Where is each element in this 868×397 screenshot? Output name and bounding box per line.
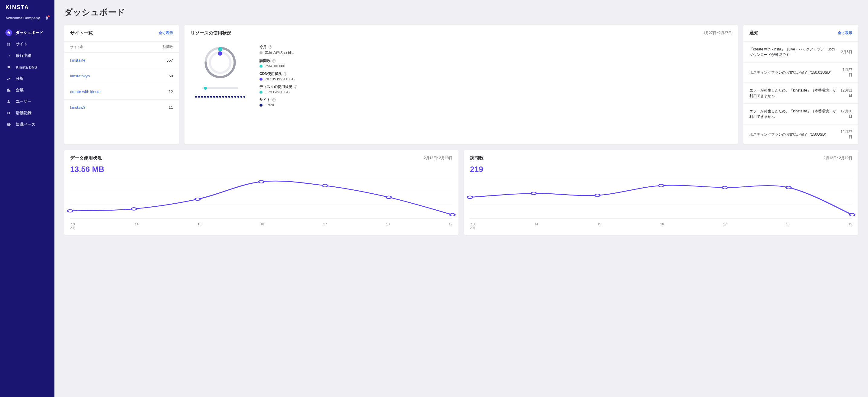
nav-label: ダッシュボード xyxy=(16,30,43,35)
sidebar-item-migrate[interactable]: 移行申請 xyxy=(0,50,55,61)
resource-gauge xyxy=(202,44,238,81)
analytics-icon xyxy=(5,75,12,82)
svg-point-25 xyxy=(786,186,791,189)
data-usage-card: データ使用状況 2月12日~2月19日 13.56 MB 132 月141516… xyxy=(64,150,459,235)
sidebar-item-users[interactable]: ユーザー xyxy=(0,96,55,107)
swatch-sites xyxy=(259,104,262,107)
site-name[interactable]: kinstaw3 xyxy=(70,105,86,110)
disk-value: 1.79 GB/30 GB xyxy=(265,90,289,94)
notification-row[interactable]: エラーが発生したため、「kinstalife」（本番環境）が利用できません12月… xyxy=(743,103,858,124)
activity-icon xyxy=(5,110,12,116)
main: ダッシュボード サイト一覧 全て表示 サイト名 訪問数 kinstalife65… xyxy=(55,0,868,397)
sidebar-item-analytics[interactable]: 分析 xyxy=(0,73,55,84)
x-tick: 19 xyxy=(849,222,852,230)
resource-range: 1月27日~2月27日 xyxy=(703,31,732,36)
notification-row[interactable]: 「create with kinsta」（Live）バックアップデータのダウンロ… xyxy=(743,41,858,62)
visits-title: 訪問数 xyxy=(470,155,484,161)
x-tick: 132 月 xyxy=(470,222,475,230)
info-icon[interactable]: ? xyxy=(272,59,276,63)
resource-title: リソースの使用状況 xyxy=(190,30,231,36)
svg-point-9 xyxy=(68,210,73,212)
svg-point-20 xyxy=(468,196,473,199)
resource-card: リソースの使用状況 1月27日~2月27日 xyxy=(185,25,738,144)
x-tick: 18 xyxy=(786,222,789,230)
site-visits: 657 xyxy=(166,58,173,63)
site-visits: 12 xyxy=(169,90,173,94)
swatch-disk xyxy=(259,91,262,94)
nav-label: 移行申請 xyxy=(16,53,31,58)
site-list-title: サイト一覧 xyxy=(70,30,93,36)
svg-point-21 xyxy=(531,192,536,195)
site-row[interactable]: kinstatokyo60 xyxy=(64,68,179,84)
site-list-viewall[interactable]: 全て表示 xyxy=(158,31,173,36)
swatch-visits xyxy=(259,65,262,68)
notification-msg: ホスティングプランのお支払い完了（150.01USD） xyxy=(749,70,839,75)
nav-label: ユーザー xyxy=(16,99,31,104)
svg-point-24 xyxy=(722,186,727,189)
kb-icon xyxy=(5,121,12,128)
site-list-card: サイト一覧 全て表示 サイト名 訪問数 kinstalife657kinstat… xyxy=(64,25,179,144)
site-row[interactable]: kinstaw311 xyxy=(64,99,179,115)
svg-point-14 xyxy=(386,196,391,199)
notifications-card: 通知 全て表示 「create with kinsta」（Live）バックアップ… xyxy=(743,25,858,144)
site-row[interactable]: kinstalife657 xyxy=(64,52,179,68)
x-tick: 16 xyxy=(660,222,664,230)
disk-label: ディスクの使用状況 xyxy=(259,84,292,90)
nav-label: 活動記録 xyxy=(16,110,31,116)
notification-date: 1月27 日 xyxy=(843,67,852,78)
site-name[interactable]: kinstatokyo xyxy=(70,74,90,78)
notif-title: 通知 xyxy=(749,30,758,36)
nav-items: ダッシュボードサイト移行申請Kinsta DNS分析企業ユーザー活動記録知識ベー… xyxy=(0,27,55,130)
site-col-visits: 訪問数 xyxy=(163,45,173,49)
visits-value: 756/100 000 xyxy=(265,64,285,68)
notification-msg: ホスティングプランのお支払い完了（150USD） xyxy=(749,132,837,137)
sidebar-item-dns[interactable]: Kinsta DNS xyxy=(0,61,55,73)
info-icon[interactable]: ? xyxy=(294,85,297,89)
company-name[interactable]: Awesome Company xyxy=(5,16,40,20)
svg-point-13 xyxy=(322,184,328,187)
x-tick: 15 xyxy=(597,222,601,230)
sites-label: サイト xyxy=(259,97,270,102)
site-name[interactable]: create with kinsta xyxy=(70,90,100,94)
x-tick: 19 xyxy=(449,222,453,230)
notification-date: 12月30 日 xyxy=(840,109,852,119)
svg-point-4 xyxy=(218,52,222,56)
notif-viewall[interactable]: 全て表示 xyxy=(838,31,852,36)
visits-metric: 219 xyxy=(470,165,852,174)
swatch-cdn xyxy=(259,78,262,81)
info-icon[interactable]: ? xyxy=(269,45,272,48)
site-visits: 60 xyxy=(169,74,173,78)
site-col-name: サイト名 xyxy=(70,45,84,49)
notification-row[interactable]: ホスティングプランのお支払い完了（150USD）12月27 日 xyxy=(743,124,858,144)
nav-label: サイト xyxy=(16,41,28,47)
sidebar-item-home[interactable]: ダッシュボード xyxy=(0,27,55,38)
data-usage-chart xyxy=(70,175,453,221)
sidebar-item-company[interactable]: 企業 xyxy=(0,84,55,96)
x-tick: 14 xyxy=(135,222,138,230)
bell-icon[interactable] xyxy=(45,16,49,20)
site-name[interactable]: kinstalife xyxy=(70,58,86,63)
sites-icon xyxy=(5,41,12,47)
dns-icon xyxy=(5,64,12,70)
sidebar-item-sites[interactable]: サイト xyxy=(0,38,55,50)
company-icon xyxy=(5,87,12,93)
info-icon[interactable]: ? xyxy=(272,98,276,101)
sidebar-item-activity[interactable]: 活動記録 xyxy=(0,107,55,119)
notification-row[interactable]: ホスティングプランのお支払い完了（150.01USD）1月27 日 xyxy=(743,62,858,82)
notification-date: 2月5日 xyxy=(841,49,852,55)
svg-point-12 xyxy=(259,180,264,183)
x-tick: 17 xyxy=(723,222,727,230)
cdn-value: 787.35 kB/200 GB xyxy=(265,77,294,81)
svg-point-15 xyxy=(450,213,455,216)
visits-label: 訪問数 xyxy=(259,58,270,63)
disk-slider xyxy=(202,87,238,89)
cdn-label: CDN使用状況 xyxy=(259,71,282,76)
svg-point-26 xyxy=(850,213,855,216)
sites-dots xyxy=(195,96,245,98)
info-icon[interactable]: ? xyxy=(284,72,287,75)
sidebar-item-kb[interactable]: 知識ベース xyxy=(0,119,55,130)
x-tick: 132 月 xyxy=(70,222,75,230)
notification-row[interactable]: エラーが発生したため、「kinstalife」（本番環境）が利用できません12月… xyxy=(743,82,858,103)
site-row[interactable]: create with kinsta12 xyxy=(64,84,179,99)
data-usage-title: データ使用状況 xyxy=(70,155,102,161)
